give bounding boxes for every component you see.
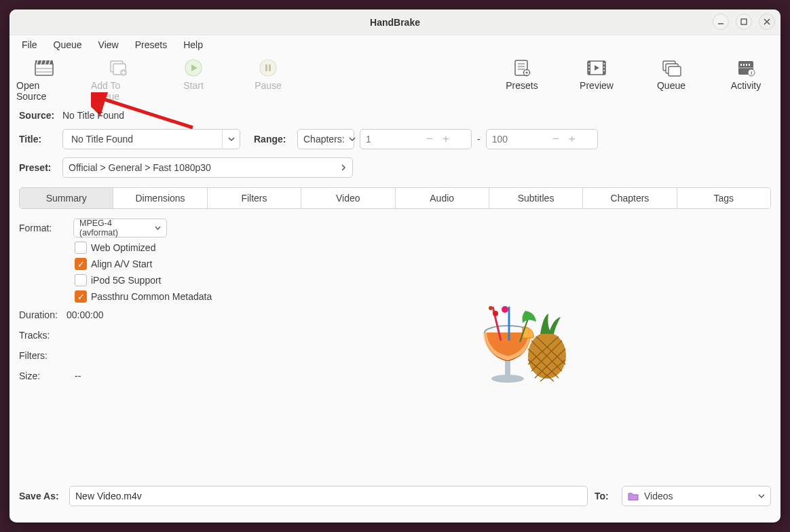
svg-point-37 bbox=[588, 70, 590, 71]
range-to-input[interactable] bbox=[487, 134, 548, 145]
start-label: Start bbox=[183, 80, 204, 91]
format-value: MPEG-4 (avformat) bbox=[79, 218, 151, 238]
size-label: Size: bbox=[19, 370, 67, 381]
tab-bar: Summary Dimensions Filters Video Audio S… bbox=[19, 187, 771, 209]
svg-rect-48 bbox=[746, 64, 747, 66]
window-minimize-button[interactable] bbox=[713, 14, 729, 30]
svg-rect-47 bbox=[743, 64, 745, 66]
menu-view[interactable]: View bbox=[92, 37, 126, 52]
preview-button[interactable]: Preview bbox=[569, 58, 624, 91]
chevron-down-icon bbox=[155, 225, 161, 231]
clapperboard-icon bbox=[34, 58, 54, 77]
save-to-value: Videos bbox=[644, 491, 673, 501]
check-label: Passthru Common Metadata bbox=[91, 291, 212, 302]
toolbar: Open Source Add To Queue Start Pause bbox=[10, 54, 780, 109]
chevron-down-icon bbox=[222, 130, 240, 149]
checkbox-checked-icon: ✓ bbox=[75, 290, 87, 303]
filters-label: Filters: bbox=[19, 350, 67, 361]
duration-label: Duration: bbox=[19, 309, 67, 320]
chevron-down-icon bbox=[758, 493, 765, 499]
titlebar: HandBrake bbox=[10, 10, 780, 35]
menu-file[interactable]: File bbox=[15, 37, 44, 52]
source-label: Source: bbox=[19, 110, 57, 121]
window-close-button[interactable] bbox=[759, 14, 775, 30]
svg-point-58 bbox=[491, 375, 524, 383]
svg-rect-44 bbox=[669, 66, 681, 76]
range-separator: - bbox=[477, 134, 481, 145]
check-label: Web Optimized bbox=[91, 242, 155, 253]
tab-audio[interactable]: Audio bbox=[396, 188, 489, 208]
svg-rect-49 bbox=[749, 64, 750, 66]
preset-select[interactable]: Official > General > Fast 1080p30 bbox=[62, 157, 353, 178]
svg-point-63 bbox=[493, 311, 498, 316]
svg-point-19 bbox=[260, 60, 276, 76]
add-to-queue-label: Add To Queue bbox=[91, 80, 147, 102]
range-mode-select[interactable]: Chapters: bbox=[297, 129, 354, 149]
title-value: No Title Found bbox=[69, 134, 133, 145]
tab-filters[interactable]: Filters bbox=[208, 188, 301, 208]
menu-help[interactable]: Help bbox=[176, 37, 210, 52]
menu-queue[interactable]: Queue bbox=[47, 37, 89, 52]
save-to-select[interactable]: Videos bbox=[622, 486, 771, 506]
activity-button[interactable]: i Activity bbox=[718, 58, 774, 91]
range-from-input[interactable] bbox=[360, 134, 421, 145]
range-from-spinner[interactable]: − + bbox=[360, 129, 472, 149]
pause-icon bbox=[258, 58, 278, 77]
checkbox-icon bbox=[75, 274, 87, 286]
presets-button[interactable]: Presets bbox=[494, 58, 550, 91]
presets-label: Presets bbox=[506, 80, 538, 91]
duration-value: 00:00:00 bbox=[67, 309, 104, 320]
range-to-spinner[interactable]: − + bbox=[486, 129, 598, 149]
plus-icon[interactable]: + bbox=[564, 132, 580, 146]
menu-presets[interactable]: Presets bbox=[128, 37, 174, 52]
source-value: No Title Found bbox=[62, 110, 124, 121]
add-to-queue-button[interactable]: Add To Queue bbox=[91, 58, 147, 102]
open-source-button[interactable]: Open Source bbox=[16, 58, 72, 102]
activity-label: Activity bbox=[731, 80, 761, 91]
svg-text:i: i bbox=[751, 70, 752, 76]
pause-button[interactable]: Pause bbox=[240, 58, 296, 102]
queue-button[interactable]: Queue bbox=[643, 58, 699, 91]
save-as-field[interactable] bbox=[69, 486, 588, 506]
minus-icon[interactable]: − bbox=[548, 132, 564, 146]
check-passthru-metadata[interactable]: ✓ Passthru Common Metadata bbox=[75, 290, 304, 303]
activity-icon: i bbox=[736, 58, 756, 77]
window-maximize-button[interactable] bbox=[736, 14, 752, 30]
start-button[interactable]: Start bbox=[166, 58, 221, 102]
tracks-label: Tracks: bbox=[19, 330, 67, 341]
tab-chapters[interactable]: Chapters bbox=[583, 188, 677, 208]
chevron-down-icon bbox=[349, 136, 356, 142]
format-select[interactable]: MPEG-4 (avformat) bbox=[73, 218, 167, 238]
preview-icon bbox=[586, 58, 607, 77]
check-web-optimized[interactable]: Web Optimized bbox=[75, 242, 304, 254]
tab-summary[interactable]: Summary bbox=[20, 188, 113, 208]
minus-icon[interactable]: − bbox=[421, 132, 438, 146]
svg-rect-46 bbox=[740, 64, 742, 66]
size-value: -- bbox=[75, 370, 81, 381]
svg-marker-41 bbox=[595, 65, 599, 71]
svg-rect-4 bbox=[35, 63, 53, 75]
svg-rect-50 bbox=[738, 67, 753, 69]
format-label: Format: bbox=[19, 223, 67, 233]
plus-icon[interactable]: + bbox=[438, 132, 454, 146]
tab-subtitles[interactable]: Subtitles bbox=[489, 188, 583, 208]
check-align-av-start[interactable]: ✓ Align A/V Start bbox=[75, 258, 304, 270]
save-as-label: Save As: bbox=[19, 491, 62, 501]
tab-tags[interactable]: Tags bbox=[677, 188, 770, 208]
open-source-label: Open Source bbox=[16, 80, 72, 102]
presets-icon bbox=[512, 58, 532, 77]
save-as-input[interactable] bbox=[75, 491, 582, 501]
check-ipod-5g[interactable]: iPod 5G Support bbox=[75, 274, 304, 286]
tab-video[interactable]: Video bbox=[301, 188, 395, 208]
svg-point-36 bbox=[588, 66, 590, 68]
queue-add-icon bbox=[109, 58, 129, 77]
tab-dimensions[interactable]: Dimensions bbox=[113, 188, 207, 208]
svg-rect-21 bbox=[269, 64, 271, 71]
check-label: iPod 5G Support bbox=[91, 275, 162, 286]
svg-rect-57 bbox=[505, 361, 510, 376]
window-title: HandBrake bbox=[10, 17, 780, 28]
checkbox-checked-icon: ✓ bbox=[75, 258, 87, 270]
title-select[interactable]: No Title Found bbox=[62, 129, 240, 149]
svg-point-64 bbox=[489, 306, 493, 310]
svg-point-62 bbox=[502, 306, 508, 313]
